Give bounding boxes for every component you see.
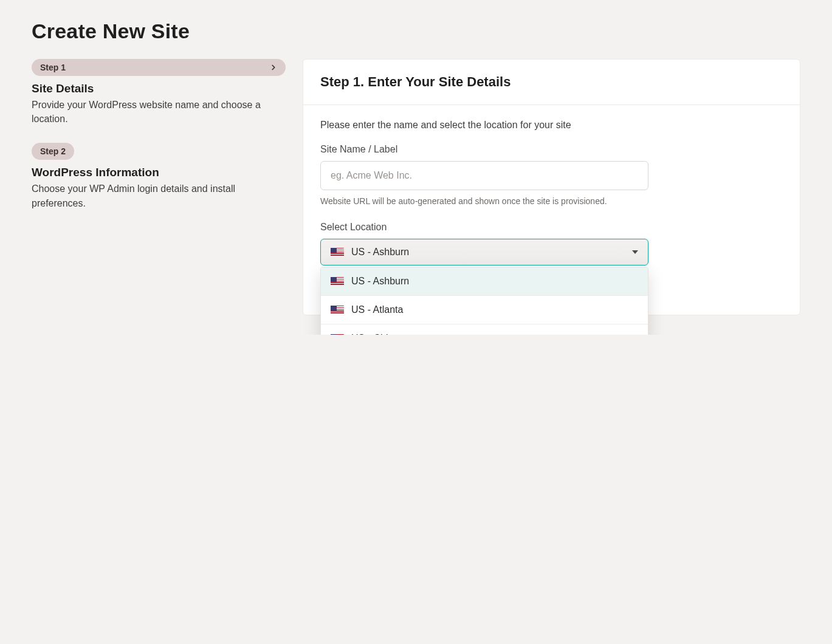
us-flag-icon — [331, 248, 344, 256]
step-2-desc: Choose your WP Admin login details and i… — [32, 182, 286, 210]
card-intro: Please enter the name and select the loc… — [320, 120, 783, 131]
location-option[interactable]: US - Ashburn — [321, 267, 648, 296]
us-flag-icon — [331, 277, 344, 286]
step-2-pill-label: Step 2 — [40, 146, 66, 156]
location-option-label: US - Ashburn — [351, 276, 409, 287]
location-option-label: US - Chicago — [351, 333, 409, 335]
location-option-label: US - Atlanta — [351, 304, 403, 315]
location-selected-value: US - Ashburn — [351, 247, 409, 258]
site-name-help: Website URL will be auto-generated and s… — [320, 196, 783, 206]
step-1-title: Site Details — [32, 82, 286, 95]
site-name-input[interactable] — [320, 161, 648, 190]
location-option[interactable]: US - Chicago — [321, 324, 648, 335]
site-name-label: Site Name / Label — [320, 144, 783, 155]
step-2-title: WordPress Information — [32, 166, 286, 179]
chevron-right-icon — [269, 63, 278, 72]
location-option[interactable]: US - Atlanta — [321, 296, 648, 324]
step-1-desc: Provide your WordPress website name and … — [32, 98, 286, 126]
site-details-card: Step 1. Enter Your Site Details Please e… — [303, 59, 800, 315]
step-1-pill-label: Step 1 — [40, 63, 66, 72]
card-heading: Step 1. Enter Your Site Details — [320, 74, 783, 90]
sidebar-step-2[interactable]: Step 2 WordPress Information Choose your… — [32, 143, 286, 210]
sidebar-step-1[interactable]: Step 1 Site Details Provide your WordPre… — [32, 59, 286, 126]
location-dropdown: US - AshburnUS - AtlantaUS - ChicagoUS -… — [320, 267, 648, 335]
step-2-pill[interactable]: Step 2 — [32, 143, 74, 160]
location-label: Select Location — [320, 222, 783, 233]
us-flag-icon — [331, 334, 344, 335]
caret-down-icon — [632, 250, 638, 254]
step-1-pill[interactable]: Step 1 — [32, 59, 286, 76]
us-flag-icon — [331, 306, 344, 314]
location-select[interactable]: US - Ashburn — [320, 239, 648, 265]
page-title: Create New Site — [32, 19, 800, 43]
wizard-sidebar: Step 1 Site Details Provide your WordPre… — [32, 59, 286, 227]
